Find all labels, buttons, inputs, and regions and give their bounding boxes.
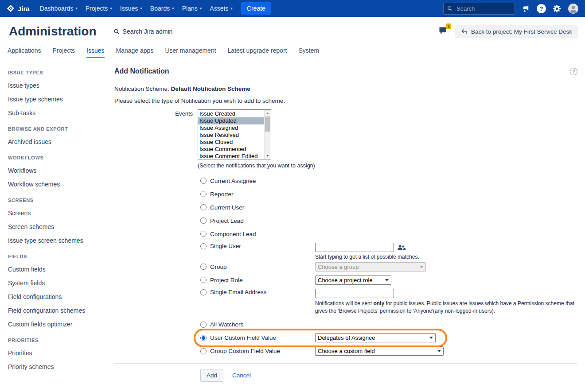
event-option[interactable]: Issue Closed xyxy=(198,139,264,146)
add-button[interactable]: Add xyxy=(200,369,223,382)
scrollbar-track[interactable] xyxy=(265,116,271,152)
admin-search[interactable]: Search Jira admin xyxy=(113,28,173,35)
radio-group-custom-field-value[interactable] xyxy=(200,348,207,354)
sidebar-item-workflow-schemes[interactable]: Workflow schemes xyxy=(8,181,99,188)
scroll-down-icon[interactable]: ▼ xyxy=(265,152,271,159)
jira-home-link[interactable]: Jira xyxy=(6,4,30,13)
radio-project-role[interactable] xyxy=(200,277,207,283)
section-help-icon[interactable]: ? xyxy=(570,68,577,75)
user-custom-field-select[interactable]: Delegates of Assignee xyxy=(315,333,436,342)
sidebar-item-field-configuration-schemes[interactable]: Field configuration schemes xyxy=(8,307,99,314)
sidebar-item-screen-schemes[interactable]: Screen schemes xyxy=(8,223,99,230)
gear-icon[interactable] xyxy=(553,4,561,13)
event-option[interactable]: Issue Assigned xyxy=(198,124,264,132)
nav-item-projects[interactable]: Projects▾ xyxy=(82,0,116,17)
radio-reporter[interactable] xyxy=(200,191,207,197)
back-to-project-button[interactable]: Back to project: My First Service Desk xyxy=(455,25,578,38)
search-icon xyxy=(447,5,452,12)
sidebar-item-custom-fields[interactable]: Custom fields xyxy=(8,266,99,273)
radio-project-lead[interactable] xyxy=(200,217,207,224)
brand-name: Jira xyxy=(18,5,30,12)
nav-item-boards[interactable]: Boards▾ xyxy=(146,0,178,17)
single-user-input[interactable] xyxy=(315,243,394,252)
radio-single-email-address[interactable] xyxy=(200,289,207,295)
radio-all-watchers[interactable] xyxy=(200,322,207,328)
nav-item-issues[interactable]: Issues▾ xyxy=(116,0,146,17)
cancel-link[interactable]: Cancel xyxy=(232,372,251,379)
nav-item-assets[interactable]: Assets▾ xyxy=(206,0,237,17)
radio-current-user[interactable] xyxy=(200,204,207,210)
option-label[interactable]: Current User xyxy=(210,204,244,211)
sidebar-item-custom-fields-optimizer[interactable]: Custom fields optimizer xyxy=(8,321,99,328)
listbox-scrollbar[interactable]: ▲ ▼ xyxy=(264,110,271,159)
events-listbox[interactable]: Issue Created Issue Updated Issue Assign… xyxy=(198,109,271,159)
nav-label: Plans xyxy=(182,5,198,12)
chevron-down-icon xyxy=(429,337,433,339)
option-label[interactable]: Group xyxy=(210,264,227,270)
sidebar-item-issue-type-schemes[interactable]: Issue type schemes xyxy=(8,96,99,103)
scroll-up-icon[interactable]: ▲ xyxy=(265,110,271,116)
sidebar-item-sub-tasks[interactable]: Sub-tasks xyxy=(8,109,99,116)
tab-applications[interactable]: Applications xyxy=(8,46,41,58)
single-email-input[interactable] xyxy=(315,289,394,298)
option-label[interactable]: Single User xyxy=(210,243,241,249)
option-label[interactable]: Reporter xyxy=(210,191,234,198)
sidebar-item-issue-type-screen-schemes[interactable]: Issue type screen schemes xyxy=(8,237,99,244)
sidebar-item-priority-schemes[interactable]: Priority schemes xyxy=(8,363,99,370)
create-button[interactable]: Create xyxy=(241,2,271,15)
event-option[interactable]: Issue Created xyxy=(198,110,264,117)
chevron-down-icon: ▾ xyxy=(230,6,233,11)
sidebar-item-issue-types[interactable]: Issue types xyxy=(8,82,99,89)
event-option[interactable]: Issue Commented xyxy=(198,146,264,153)
option-label[interactable]: Project Role xyxy=(210,277,243,283)
scrollbar-thumb[interactable] xyxy=(265,116,270,132)
tab-projects[interactable]: Projects xyxy=(53,46,75,58)
user-picker-icon[interactable] xyxy=(397,244,406,251)
avatar[interactable] xyxy=(568,3,579,14)
event-option[interactable]: Issue Comment Edited xyxy=(198,153,264,159)
global-search[interactable] xyxy=(443,3,515,15)
help-icon[interactable]: ? xyxy=(537,4,546,13)
tab-system[interactable]: System xyxy=(298,46,319,58)
radio-component-lead[interactable] xyxy=(200,231,207,237)
sidebar-item-workflows[interactable]: Workflows xyxy=(8,167,99,174)
nav-label: Projects xyxy=(86,5,108,12)
sidebar-item-priorities[interactable]: Priorities xyxy=(8,349,99,357)
global-search-input[interactable] xyxy=(456,5,511,12)
chevron-down-icon xyxy=(420,266,423,268)
tab-latest-upgrade-report[interactable]: Latest upgrade report xyxy=(228,46,287,58)
option-label[interactable]: User Custom Field Value xyxy=(210,334,276,341)
event-option[interactable]: Issue Resolved xyxy=(198,132,264,139)
option-row-user-custom-field: User Custom Field Value Delegates of Ass… xyxy=(200,331,577,345)
chevron-down-icon xyxy=(385,279,389,281)
option-label[interactable]: Group Custom Field Value xyxy=(210,348,280,354)
tab-manage-apps[interactable]: Manage apps xyxy=(116,46,154,58)
sidebar-item-screens[interactable]: Screens xyxy=(8,210,99,217)
option-label[interactable]: Component Lead xyxy=(210,231,256,237)
option-label[interactable]: Current Assignee xyxy=(210,178,256,184)
sidebar-item-archived-issues[interactable]: Archived issues xyxy=(8,138,99,145)
megaphone-icon[interactable] xyxy=(522,4,530,13)
project-role-select[interactable]: Choose a project role xyxy=(315,276,391,285)
group-custom-field-select[interactable]: Choose a custom field xyxy=(315,346,444,356)
nav-item-dashboards[interactable]: Dashboards▾ xyxy=(36,0,82,17)
tab-user-management[interactable]: User management xyxy=(165,46,216,58)
option-label[interactable]: All Watchers xyxy=(210,321,243,328)
nav-item-plans[interactable]: Plans▾ xyxy=(178,0,206,17)
tab-issues[interactable]: Issues xyxy=(86,46,104,58)
sidebar-item-field-configurations[interactable]: Field configurations xyxy=(8,293,99,300)
option-label[interactable]: Project Lead xyxy=(210,217,244,224)
event-option-selected[interactable]: Issue Updated xyxy=(198,117,264,124)
radio-single-user[interactable] xyxy=(200,243,207,249)
sidebar-item-system-fields[interactable]: System fields xyxy=(8,279,99,287)
option-row: All Watchers xyxy=(200,318,577,331)
option-row-group: Group Choose a group xyxy=(200,260,577,273)
radio-current-assignee[interactable] xyxy=(200,178,207,184)
chevron-down-icon xyxy=(437,350,441,352)
feedback-icon[interactable]: 1 xyxy=(438,26,450,37)
group-select[interactable]: Choose a group xyxy=(315,262,426,272)
option-label[interactable]: Single Email Address xyxy=(210,289,267,295)
radio-group[interactable] xyxy=(200,264,207,270)
radio-user-custom-field-value[interactable] xyxy=(200,335,207,341)
sidebar-section-browse-and-export: BROWSE AND EXPORT xyxy=(8,126,99,132)
